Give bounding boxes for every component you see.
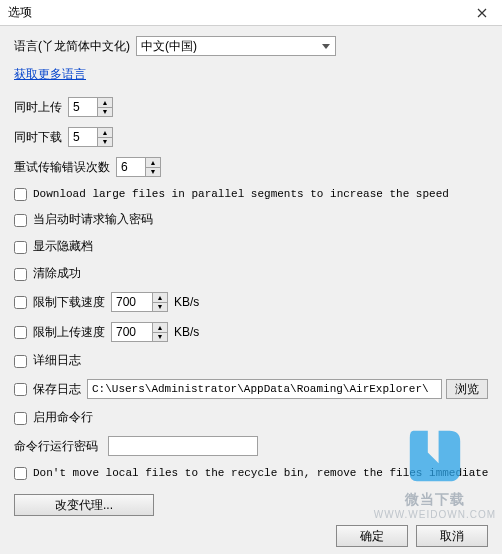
close-icon xyxy=(477,8,487,18)
browse-button[interactable]: 浏览 xyxy=(446,379,488,399)
footer: 确定 取消 xyxy=(0,518,502,554)
limit-ul-row: 限制上传速度 ▲▼ KB/s xyxy=(14,322,488,342)
spin-down-icon[interactable]: ▼ xyxy=(98,138,112,147)
retry-input[interactable] xyxy=(117,158,145,176)
download-input[interactable] xyxy=(69,128,97,146)
parallel-label: Download large files in parallel segment… xyxy=(33,188,449,200)
clear-success-checkbox[interactable] xyxy=(14,268,27,281)
spin-up-icon[interactable]: ▲ xyxy=(146,158,160,168)
no-recycle-label: Don't move local files to the recycle bi… xyxy=(33,467,488,479)
limit-dl-unit: KB/s xyxy=(174,295,199,309)
spin-up-icon[interactable]: ▲ xyxy=(153,293,167,303)
change-proxy-button[interactable]: 改变代理... xyxy=(14,494,154,516)
language-select[interactable]: 中文(中国) xyxy=(136,36,336,56)
verbose-log-label: 详细日志 xyxy=(33,352,81,369)
spin-down-icon[interactable]: ▼ xyxy=(153,303,167,312)
limit-ul-input[interactable] xyxy=(112,323,152,341)
language-row: 语言(丫龙简体中文化) 中文(中国) xyxy=(14,36,488,56)
titlebar: 选项 xyxy=(0,0,502,26)
close-button[interactable] xyxy=(462,0,502,26)
parallel-checkbox[interactable] xyxy=(14,188,27,201)
save-log-path-input[interactable] xyxy=(87,379,442,399)
limit-dl-row: 限制下载速度 ▲▼ KB/s xyxy=(14,292,488,312)
content-area: 语言(丫龙简体中文化) 中文(中国) 获取更多语言 同时上传 ▲▼ 同时下载 ▲… xyxy=(0,26,502,518)
window-title: 选项 xyxy=(8,4,32,21)
language-label: 语言(丫龙简体中文化) xyxy=(14,38,130,55)
cmd-pass-input[interactable] xyxy=(108,436,258,456)
no-recycle-row: Don't move local files to the recycle bi… xyxy=(14,466,488,480)
spin-down-icon[interactable]: ▼ xyxy=(146,168,160,177)
limit-dl-checkbox[interactable] xyxy=(14,296,27,309)
show-hidden-label: 显示隐藏档 xyxy=(33,238,93,255)
cmd-pass-row: 命令行运行密码 xyxy=(14,436,488,456)
save-log-checkbox[interactable] xyxy=(14,383,27,396)
download-label: 同时下载 xyxy=(14,129,62,146)
enable-cmd-checkbox[interactable] xyxy=(14,412,27,425)
upload-label: 同时上传 xyxy=(14,99,62,116)
spin-up-icon[interactable]: ▲ xyxy=(98,128,112,138)
retry-label: 重试传输错误次数 xyxy=(14,159,110,176)
spin-down-icon[interactable]: ▼ xyxy=(153,333,167,342)
limit-ul-unit: KB/s xyxy=(174,325,199,339)
upload-spinner[interactable]: ▲▼ xyxy=(68,97,113,117)
verbose-log-checkbox[interactable] xyxy=(14,355,27,368)
save-log-label: 保存日志 xyxy=(33,381,81,398)
retry-spinner[interactable]: ▲▼ xyxy=(116,157,161,177)
no-recycle-checkbox[interactable] xyxy=(14,467,27,480)
ask-password-row: 当启动时请求输入密码 xyxy=(14,211,488,228)
upload-input[interactable] xyxy=(69,98,97,116)
limit-dl-label: 限制下载速度 xyxy=(33,294,105,311)
download-spinner[interactable]: ▲▼ xyxy=(68,127,113,147)
cancel-button[interactable]: 取消 xyxy=(416,525,488,547)
limit-dl-input[interactable] xyxy=(112,293,152,311)
spin-up-icon[interactable]: ▲ xyxy=(98,98,112,108)
limit-ul-label: 限制上传速度 xyxy=(33,324,105,341)
ask-password-label: 当启动时请求输入密码 xyxy=(33,211,153,228)
show-hidden-row: 显示隐藏档 xyxy=(14,238,488,255)
ask-password-checkbox[interactable] xyxy=(14,214,27,227)
save-log-row: 保存日志 浏览 xyxy=(14,379,488,399)
limit-dl-spinner[interactable]: ▲▼ xyxy=(111,292,168,312)
enable-cmd-label: 启用命令行 xyxy=(33,409,93,426)
upload-row: 同时上传 ▲▼ xyxy=(14,97,488,117)
enable-cmd-row: 启用命令行 xyxy=(14,409,488,426)
spin-down-icon[interactable]: ▼ xyxy=(98,108,112,117)
clear-success-row: 清除成功 xyxy=(14,265,488,282)
show-hidden-checkbox[interactable] xyxy=(14,241,27,254)
limit-ul-spinner[interactable]: ▲▼ xyxy=(111,322,168,342)
ok-button[interactable]: 确定 xyxy=(336,525,408,547)
download-row: 同时下载 ▲▼ xyxy=(14,127,488,147)
clear-success-label: 清除成功 xyxy=(33,265,81,282)
cmd-pass-label: 命令行运行密码 xyxy=(14,438,98,455)
verbose-log-row: 详细日志 xyxy=(14,352,488,369)
retry-row: 重试传输错误次数 ▲▼ xyxy=(14,157,488,177)
parallel-row: Download large files in parallel segment… xyxy=(14,187,488,201)
spin-up-icon[interactable]: ▲ xyxy=(153,323,167,333)
more-languages-link[interactable]: 获取更多语言 xyxy=(14,66,86,83)
limit-ul-checkbox[interactable] xyxy=(14,326,27,339)
